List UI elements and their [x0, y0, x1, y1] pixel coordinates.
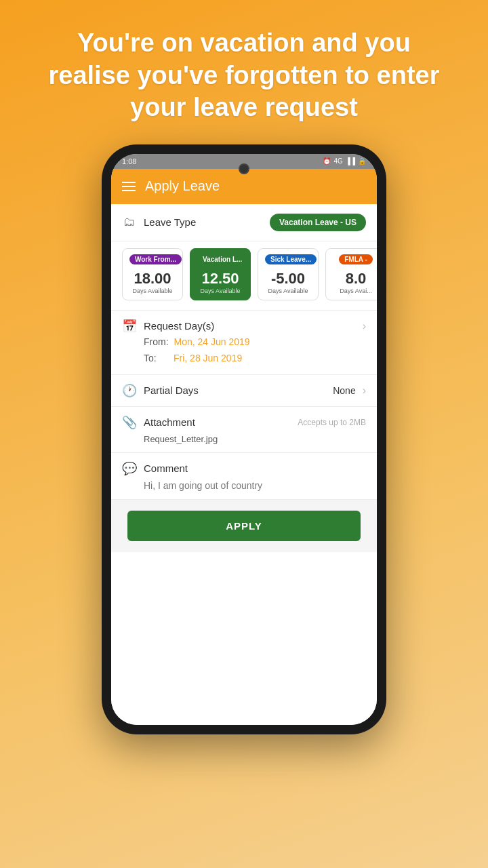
fmla-sub: Days Avai...: [333, 288, 377, 294]
apply-section: APPLY: [111, 500, 377, 552]
comment-text[interactable]: Hi, I am going out of country: [122, 480, 366, 491]
workfrom-sub: Days Available: [129, 288, 176, 294]
request-days-label[interactable]: Request Day(s): [144, 320, 356, 332]
briefcase-icon: 🗂: [122, 215, 137, 229]
to-label: To:: [144, 353, 168, 363]
phone-camera: [239, 163, 249, 174]
sick-sub: Days Available: [265, 288, 311, 294]
status-time: 1:08: [122, 157, 136, 165]
leave-card-vacation[interactable]: Vacation L... 12.50 Days Available: [190, 248, 251, 300]
vacation-tag: Vacation L...: [197, 254, 247, 264]
hamburger-button[interactable]: [122, 182, 136, 191]
leave-cards-container: Work From... 18.00 Days Available Vacati…: [111, 241, 377, 311]
calendar-icon: 📅: [122, 319, 137, 334]
attachment-icon: 📎: [122, 415, 137, 430]
sick-tag: Sick Leave...: [265, 254, 317, 264]
headline: You're on vacation and you realise you'v…: [0, 0, 488, 144]
phone-screen: 1:08 ⏰ 4G ▐▐ 🔒 Apply Leave 🗂 Leave Type: [111, 154, 377, 725]
partial-days-section: 🕐 Partial Days None ›: [111, 375, 377, 407]
vacation-sub: Days Available: [197, 288, 243, 294]
partial-chevron: ›: [363, 384, 366, 397]
comment-section: 💬 Comment Hi, I am going out of country: [111, 453, 377, 500]
apply-button[interactable]: APPLY: [127, 511, 361, 541]
leave-type-badge[interactable]: Vacation Leave - US: [270, 214, 366, 231]
attachment-file[interactable]: Request_Letter.jpg: [122, 434, 366, 444]
request-days-section: 📅 Request Day(s) › From: Mon, 24 Jun 201…: [111, 311, 377, 375]
attachment-section: 📎 Attachment Accepts up to 2MB Request_L…: [111, 407, 377, 453]
lock-icon: 🔒: [358, 157, 366, 165]
signal-icon: ▐▐: [346, 157, 355, 165]
attachment-hint: Accepts up to 2MB: [298, 418, 366, 427]
alarm-icon: ⏰: [323, 157, 331, 165]
leave-card-sick[interactable]: Sick Leave... -5.00 Days Available: [258, 248, 319, 300]
screen-content: 🗂 Leave Type Vacation Leave - US Work Fr…: [111, 204, 377, 725]
from-label: From:: [144, 336, 169, 347]
comment-label: Comment: [144, 462, 188, 474]
leave-card-workfrom[interactable]: Work From... 18.00 Days Available: [122, 248, 183, 300]
app-title: Apply Leave: [145, 178, 220, 194]
leave-type-label: Leave Type: [144, 216, 263, 228]
request-chevron: ›: [363, 320, 366, 332]
network-icon: 4G: [333, 157, 342, 165]
vacation-days: 12.50: [197, 271, 243, 286]
comment-icon: 💬: [122, 461, 137, 476]
leave-card-fmla[interactable]: FMLA - 8.0 Days Avai...: [325, 248, 377, 300]
to-date-row: To: Fri, 28 Jun 2019: [122, 350, 366, 366]
fmla-tag: FMLA -: [339, 254, 373, 264]
partial-days-value: None: [333, 385, 355, 396]
from-date-row: From: Mon, 24 Jun 2019: [122, 334, 366, 350]
clock-icon: 🕐: [122, 383, 137, 398]
leave-type-section: 🗂 Leave Type Vacation Leave - US: [111, 204, 377, 241]
attachment-label: Attachment: [144, 416, 291, 428]
workfrom-tag: Work From...: [129, 254, 182, 264]
workfrom-days: 18.00: [129, 271, 176, 286]
status-icons: ⏰ 4G ▐▐ 🔒: [323, 157, 366, 165]
from-date-value: Mon, 24 Jun 2019: [174, 336, 250, 347]
to-date-value: Fri, 28 Jun 2019: [174, 353, 242, 363]
fmla-days: 8.0: [333, 271, 377, 286]
partial-days-label: Partial Days: [144, 384, 326, 396]
phone-device: 1:08 ⏰ 4G ▐▐ 🔒 Apply Leave 🗂 Leave Type: [102, 144, 386, 734]
sick-days: -5.00: [265, 271, 311, 286]
